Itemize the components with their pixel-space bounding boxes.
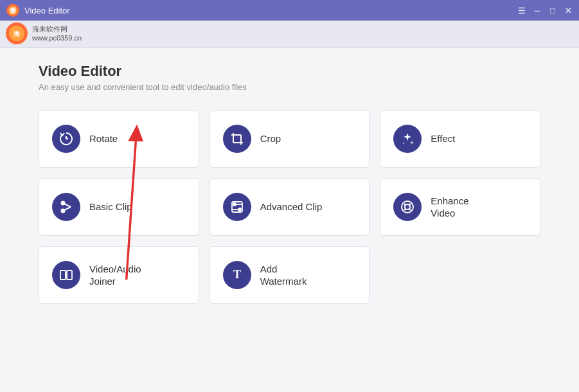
add-watermark-card[interactable]: T Add Watermark [209, 246, 370, 304]
advanced-clip-icon [223, 193, 251, 221]
svg-text:播: 播 [9, 7, 17, 14]
minimize-button[interactable]: ─ [531, 4, 543, 16]
svg-point-26 [404, 209, 406, 211]
add-watermark-icon: T [223, 261, 251, 289]
svg-point-23 [405, 204, 410, 209]
close-button[interactable]: ✕ [562, 4, 574, 16]
svg-rect-8 [233, 135, 241, 143]
rotate-label: Rotate [89, 132, 118, 145]
svg-text:海: 海 [13, 30, 21, 37]
app-logo: 播 [5, 3, 21, 18]
basic-clip-icon [52, 193, 80, 221]
effect-label: Effect [431, 132, 455, 145]
page-subtitle: An easy use and convenient tool to edit … [39, 82, 540, 92]
svg-point-13 [62, 202, 65, 205]
page-title: Video Editor [39, 63, 540, 80]
svg-point-14 [62, 209, 65, 213]
crop-icon [223, 125, 251, 153]
advanced-clip-card[interactable]: Advanced Clip [209, 178, 370, 236]
crop-label: Crop [260, 132, 281, 145]
menu-button[interactable]: ☰ [516, 4, 528, 16]
svg-point-19 [238, 208, 241, 211]
video-audio-joiner-icon [52, 261, 80, 289]
basic-clip-label: Basic Clip [89, 200, 132, 213]
maximize-button[interactable]: □ [547, 4, 558, 16]
add-watermark-label: Add Watermark [260, 263, 307, 288]
svg-rect-28 [60, 271, 66, 280]
effect-icon [393, 125, 422, 153]
title-bar-controls: ☰ ─ □ ✕ [516, 4, 574, 16]
svg-line-16 [64, 207, 71, 210]
effect-card[interactable]: Effect [380, 110, 540, 168]
svg-text:T: T [233, 268, 241, 281]
enhance-video-icon [393, 193, 422, 221]
svg-point-27 [409, 209, 411, 211]
svg-point-25 [409, 204, 411, 206]
enhance-video-label: Enhance Video [431, 195, 468, 220]
watermark-line2: www.pc0359.cn [32, 33, 82, 42]
svg-line-15 [64, 204, 71, 207]
video-audio-joiner-card[interactable]: Video/Audio Joiner [39, 246, 199, 304]
svg-point-24 [404, 204, 406, 206]
advanced-clip-label: Advanced Clip [260, 200, 323, 213]
main-content: Video Editor An easy use and convenient … [0, 48, 579, 392]
svg-point-22 [402, 201, 413, 213]
feature-grid: Rotate Crop [39, 110, 540, 304]
watermark-text: 海来软件网 www.pc0359.cn [32, 24, 82, 43]
watermark-logo: 海 [5, 22, 28, 45]
video-audio-joiner-label: Video/Audio Joiner [89, 263, 141, 288]
svg-point-18 [233, 203, 236, 206]
rotate-icon [52, 125, 80, 153]
svg-rect-29 [67, 271, 72, 280]
crop-card[interactable]: Crop [209, 110, 370, 168]
watermark-line1: 海来软件网 [32, 24, 82, 33]
title-bar: 播 Video Editor ☰ ─ □ ✕ [0, 0, 579, 21]
rotate-card[interactable]: Rotate [39, 110, 199, 168]
watermark-bar: 海 海来软件网 www.pc0359.cn [0, 21, 579, 48]
enhance-video-card[interactable]: Enhance Video [380, 178, 540, 236]
title-bar-text: Video Editor [24, 6, 516, 15]
basic-clip-card[interactable]: Basic Clip [39, 178, 199, 236]
